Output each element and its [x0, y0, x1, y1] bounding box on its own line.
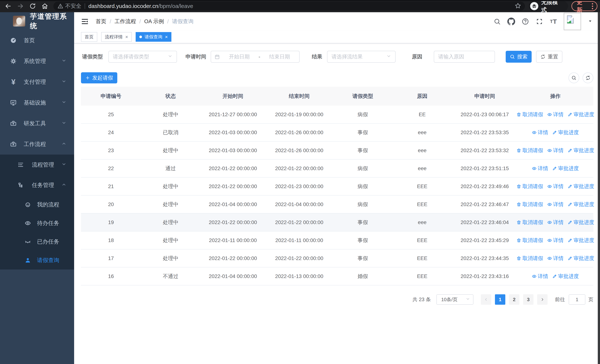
bookmark-star-icon[interactable] [515, 2, 521, 10]
sidebar-item-payment[interactable]: ¥ 支付管理 [0, 72, 74, 92]
sidebar-item-task-mgmt[interactable]: 任务管理 [0, 175, 74, 195]
refresh-table-button[interactable] [582, 73, 593, 83]
leave-type-select[interactable]: 请选择请假类型 [108, 51, 177, 63]
approval-progress-link[interactable]: 审批进度 [568, 183, 594, 190]
search-icon[interactable] [493, 18, 501, 25]
table-row: 21 处理中 2022-01-22 00:00:00 2022-01-23 00… [81, 177, 593, 196]
view-icon [547, 202, 552, 207]
cancel-leave-link[interactable]: 取消请假 [516, 201, 543, 208]
breadcrumb-workflow[interactable]: 工作流程 [114, 18, 136, 25]
approval-progress-link[interactable]: 审批进度 [568, 201, 594, 208]
github-icon[interactable] [507, 18, 515, 25]
sidebar-item-home[interactable]: 首页 [0, 30, 74, 51]
detail-link[interactable]: 详情 [547, 201, 563, 208]
page-content: 请假类型 请选择请假类型 申请时间 开始日期 - 结束日期 结果 [74, 43, 600, 364]
detail-link[interactable]: 详情 [547, 183, 563, 190]
sidebar-item-process-mgmt[interactable]: 流程管理 [0, 155, 74, 175]
caret-down-icon[interactable] [588, 19, 593, 24]
search-button-label: 搜索 [517, 53, 527, 60]
approval-progress-link[interactable]: 审批进度 [568, 111, 594, 118]
sidebar-item-done-tasks[interactable]: 已办任务 [0, 233, 74, 251]
tab-process-detail[interactable]: 流程详情 × [101, 32, 132, 42]
sidebar-item-workflow[interactable]: 工作流程 [0, 134, 74, 155]
avatar[interactable] [564, 13, 581, 30]
incognito-label: 无痕模式 [541, 0, 563, 14]
detail-link[interactable]: 详情 [532, 273, 548, 280]
approval-progress-link[interactable]: 审批进度 [568, 147, 594, 154]
security-warning[interactable]: 不安全 [57, 2, 81, 10]
detail-link[interactable]: 详情 [547, 219, 563, 226]
approval-progress-link[interactable]: 审批进度 [568, 255, 594, 262]
approval-progress-link[interactable]: 审批进度 [552, 129, 579, 136]
chevron-down-icon [466, 297, 470, 302]
page-size-value: 10条/页 [441, 296, 458, 303]
approval-progress-link[interactable]: 审批进度 [552, 273, 579, 280]
page-button-1[interactable]: 1 [495, 294, 505, 305]
page-button-3[interactable]: 3 [523, 294, 534, 305]
cell-start-time: 2022-01-11 00:00:00 [200, 237, 265, 243]
col-type: 请假类型 [333, 93, 393, 100]
detail-link[interactable]: 详情 [547, 147, 563, 154]
close-icon[interactable]: × [165, 35, 168, 39]
approval-progress-link[interactable]: 审批进度 [568, 237, 594, 244]
next-page-button[interactable] [537, 294, 548, 305]
sidebar-item-devtools[interactable]: 研发工具 [0, 113, 74, 134]
fullscreen-icon[interactable] [535, 18, 543, 25]
page-size-select[interactable]: 10条/页 [436, 294, 473, 305]
reason-input[interactable] [434, 51, 495, 63]
cell-end-time: 2022-01-19 00:00:00 [265, 112, 333, 118]
search-button[interactable]: 搜索 [506, 51, 532, 63]
reload-icon[interactable] [29, 2, 36, 10]
approval-progress-link[interactable]: 审批进度 [568, 219, 594, 226]
back-icon[interactable] [4, 2, 12, 10]
dashboard-icon [10, 37, 17, 44]
cancel-leave-link[interactable]: 取消请假 [516, 111, 543, 118]
detail-link[interactable]: 详情 [532, 129, 548, 136]
sidebar-item-leave-query[interactable]: 请假查询 [0, 251, 74, 270]
apply-time-range-picker[interactable]: 开始日期 - 结束日期 [211, 51, 300, 63]
cell-end-time: 2022-01-22 00:00:00 [265, 166, 333, 171]
sidebar-item-label: 工作流程 [24, 140, 46, 148]
font-size-icon[interactable]: TT [550, 18, 557, 25]
cell-start-time: 2022-01-04 00:00:00 [200, 273, 265, 279]
forward-icon[interactable] [17, 2, 24, 10]
tab-home[interactable]: 首页 [81, 32, 97, 42]
tab-leave-query[interactable]: 请假查询 × [136, 32, 171, 42]
detail-link[interactable]: 详情 [547, 237, 563, 244]
collapse-sidebar-icon[interactable] [81, 18, 89, 26]
create-leave-button[interactable]: 发起请假 [81, 72, 117, 84]
breadcrumb-oa[interactable]: OA 示例 [144, 18, 164, 25]
sidebar-item-infra[interactable]: 基础设施 [0, 92, 74, 113]
approval-progress-link[interactable]: 审批进度 [552, 165, 579, 172]
page-button-2[interactable]: 2 [509, 294, 519, 305]
prev-page-button[interactable] [481, 294, 491, 305]
reset-button[interactable]: 重置 [536, 51, 562, 63]
breadcrumb-home[interactable]: 首页 [96, 18, 106, 25]
cell-apply-time: 2022-01-22 23:49:46 [452, 184, 517, 189]
sidebar-item-system[interactable]: 系统管理 [0, 51, 74, 72]
home-icon[interactable] [41, 2, 48, 10]
sidebar-item-todo-tasks[interactable]: 待办任务 [0, 214, 74, 233]
result-select[interactable]: 请选择流结果 [327, 51, 396, 63]
browser-menu-icon[interactable] [592, 3, 593, 9]
address-bar[interactable]: 不安全 dashboard.yudao.iocoder.cn/bpm/oa/le… [53, 2, 525, 10]
sidebar-item-my-process[interactable]: 我的流程 [0, 195, 74, 214]
goto-page-input[interactable] [569, 294, 585, 305]
sidebar-item-label: 支付管理 [24, 78, 46, 86]
detail-link[interactable]: 详情 [532, 165, 548, 172]
browser-update-button[interactable]: 更新 [572, 1, 597, 11]
help-icon[interactable] [521, 18, 529, 25]
table-row: 17 处理中 2022-01-22 00:00:00 2022-01-22 00… [81, 250, 593, 267]
close-icon[interactable]: × [125, 35, 128, 39]
cancel-leave-link[interactable]: 取消请假 [516, 237, 543, 244]
detail-link[interactable]: 详情 [547, 111, 563, 118]
cancel-leave-link[interactable]: 取消请假 [516, 183, 543, 190]
toggle-search-button[interactable] [569, 73, 579, 83]
apply-time-label: 申请时间 [185, 53, 206, 60]
cancel-leave-link[interactable]: 取消请假 [516, 255, 543, 262]
cancel-leave-link[interactable]: 取消请假 [516, 147, 543, 154]
app-logo-row[interactable]: 芋道管理系统 [0, 12, 74, 30]
cancel-leave-link[interactable]: 取消请假 [516, 219, 543, 226]
cell-apply-time: 2022-01-22 23:46:04 [452, 219, 517, 225]
detail-link[interactable]: 详情 [547, 255, 563, 262]
